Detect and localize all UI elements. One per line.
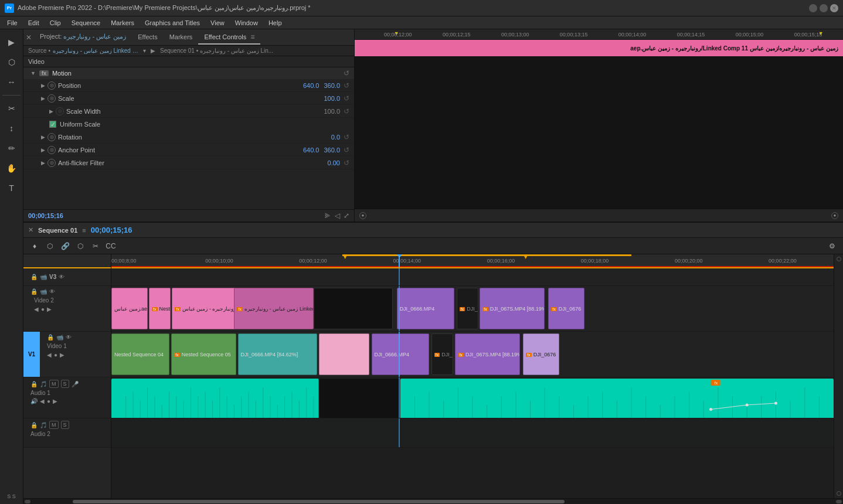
close-button[interactable]: ✕ <box>830 4 838 12</box>
timeline-ruler[interactable]: ▼ ▼ 00;00;8;00 00;00;10;00 00;00;12;00 0… <box>111 254 834 268</box>
v1-clip-4[interactable] <box>319 333 369 375</box>
ec-timecode[interactable]: 00;00;15;16 <box>28 212 63 219</box>
tool-ripple[interactable]: ↔ <box>4 74 20 90</box>
minimize-button[interactable]: ─ <box>809 4 817 12</box>
source-dropdown-icon[interactable]: ▾ <box>143 47 146 54</box>
tool-text[interactable]: T <box>4 180 20 196</box>
timeline-scrollbar-h[interactable] <box>23 498 843 504</box>
v2-clip-3[interactable]: fxرونبارجیره - زمین عباس Linked C <box>172 288 237 329</box>
v2-eye-icon[interactable]: 👁 <box>49 288 55 295</box>
ec-expand-icon[interactable]: ⤢ <box>344 212 349 220</box>
a1-prev-icon[interactable]: ◀ <box>40 398 45 404</box>
rotation-stopwatch-icon[interactable]: ◎ <box>47 133 56 141</box>
tab-effect-controls[interactable]: Effect Controls ≡ <box>198 30 260 45</box>
v1-eye-icon[interactable]: 👁 <box>66 334 72 340</box>
v1-clip-6[interactable]: fxDJI_ <box>431 333 453 375</box>
menu-sequence[interactable]: Sequence <box>67 18 106 28</box>
a1-lock-icon[interactable]: 🔒 <box>30 381 38 387</box>
tab-effects[interactable]: Effects <box>132 31 163 44</box>
a1-mic-icon[interactable]: 🎤 <box>72 381 79 387</box>
a2-lock-icon[interactable]: 🔒 <box>30 422 38 428</box>
v2-clip-2[interactable]: fxNeste <box>149 288 171 329</box>
v2-clip-4[interactable]: fxزمین عباس - رونبارجیره Linked Comp 11/… <box>234 288 314 329</box>
v1-clip-3[interactable]: DJI_0666.MP4 [84.62%] <box>238 333 318 375</box>
anti-flicker-reset-icon[interactable]: ↺ <box>344 159 349 167</box>
v3-eye-icon[interactable]: 👁 <box>59 274 64 280</box>
playhead[interactable] <box>399 254 400 267</box>
scroll-bottom-icon[interactable] <box>837 491 841 496</box>
menu-edit[interactable]: Edit <box>23 18 44 28</box>
scroll-top-icon[interactable] <box>837 257 841 261</box>
rotation-value[interactable]: 0.0 <box>331 134 340 141</box>
anchor-stopwatch-icon[interactable]: ◎ <box>47 146 56 154</box>
v2-clip-1[interactable]: زمین عباس.aep <box>111 288 148 329</box>
scale-width-reset-icon[interactable]: ↺ <box>344 107 349 115</box>
menu-graphics[interactable]: Graphics and Titles <box>140 18 205 28</box>
tool-razor[interactable]: ✂ <box>4 100 20 117</box>
timeline-menu-icon[interactable]: ≡ <box>82 227 86 234</box>
tool-hand[interactable]: ✋ <box>4 160 20 176</box>
menu-view[interactable]: View <box>206 18 229 28</box>
menu-clip[interactable]: Clip <box>45 18 66 28</box>
tool-pen[interactable]: ✏ <box>4 140 20 156</box>
snap-button[interactable]: ⬡ <box>74 240 87 252</box>
v3-lock-icon[interactable]: 🔒 <box>30 274 38 280</box>
scale-value[interactable]: 100.0 <box>324 95 340 102</box>
v2-clip-5[interactable]: DJI_0666.MP4 <box>397 288 455 329</box>
v2-next-icon[interactable]: ▶ <box>47 306 52 312</box>
panel-menu-icon[interactable]: ≡ <box>250 33 254 41</box>
timeline-settings-icon[interactable]: ⚙ <box>825 240 838 252</box>
panel-close-icon[interactable]: ✕ <box>26 33 32 42</box>
menu-window[interactable]: Window <box>230 18 263 28</box>
v1-clip-7[interactable]: fxDJI_067S.MP4 [88.19%] <box>455 333 520 375</box>
v1-clip-5[interactable]: DJI_0666.MP4 <box>372 333 430 375</box>
a1-solo-button[interactable]: S <box>61 380 69 388</box>
v2-lock-icon[interactable]: 🔒 <box>30 288 38 295</box>
scroll-right-indicator[interactable]: ● <box>831 212 838 219</box>
a1-play-icon[interactable]: ● <box>47 398 50 404</box>
v1-next-icon[interactable]: ▶ <box>60 352 64 358</box>
tool-track-select[interactable]: ⬡ <box>4 54 20 70</box>
motion-reset-icon[interactable]: ↺ <box>344 69 349 77</box>
scale-stopwatch-icon[interactable]: ◎ <box>47 94 56 103</box>
v2-clip-6[interactable]: fxDJI_ <box>457 288 478 329</box>
a1-audio-clip[interactable]: R R fx <box>111 379 834 418</box>
timeline-timecode[interactable]: 00;00;15;16 <box>91 226 132 234</box>
a1-mute-button[interactable]: M <box>49 380 59 388</box>
v2-clip-7[interactable]: fxDJI_067S.MP4 [88.19%] <box>480 288 545 329</box>
a1-next-icon[interactable]: ▶ <box>53 398 57 404</box>
v1-prev-icon[interactable]: ◀ <box>47 352 52 358</box>
tool-slip[interactable]: ↕ <box>4 120 20 137</box>
tool-selector[interactable]: ▶ <box>4 34 20 50</box>
razor-tool-button[interactable]: ✂ <box>89 240 102 252</box>
anti-flicker-stopwatch-icon[interactable]: ◎ <box>47 159 56 167</box>
anchor-y-value[interactable]: 360.0 <box>324 147 340 154</box>
menu-help[interactable]: Help <box>264 18 287 28</box>
menu-file[interactable]: File <box>2 18 22 28</box>
uniform-scale-checkbox[interactable]: ✓ <box>49 121 56 128</box>
anti-flicker-value[interactable]: 0.00 <box>328 159 340 166</box>
v1-clip-1[interactable]: Nested Sequence 04 <box>111 333 169 375</box>
ec-prev-icon[interactable]: ◁ <box>335 212 340 220</box>
scroll-thumb[interactable] <box>73 500 565 503</box>
scale-reset-icon[interactable]: ↺ <box>344 94 349 103</box>
v2-prev-icon[interactable]: ◀ <box>34 306 39 312</box>
tab-project[interactable]: Project: زمین عباس - رونبارجیره <box>34 30 132 44</box>
position-stopwatch-icon[interactable]: ◎ <box>47 81 56 90</box>
rotation-reset-icon[interactable]: ↺ <box>344 133 349 141</box>
anchor-x-value[interactable]: 640.0 <box>303 147 319 154</box>
a2-mute-button[interactable]: M <box>49 421 59 429</box>
v2-clip-8[interactable]: fxDJI_0676 <box>548 288 584 329</box>
add-marker-button[interactable]: ♦ <box>28 240 41 252</box>
v2-play-icon[interactable]: ● <box>41 306 45 312</box>
v1-clip-8[interactable]: fxDJI_0676 <box>523 333 559 375</box>
a2-solo-button[interactable]: S <box>61 421 69 429</box>
anchor-reset-icon[interactable]: ↺ <box>344 146 349 154</box>
v1-play-icon[interactable]: ● <box>54 352 57 358</box>
maximize-button[interactable]: □ <box>820 4 828 12</box>
position-x-value[interactable]: 640.0 <box>303 82 319 89</box>
position-reset-icon[interactable]: ↺ <box>344 81 349 90</box>
menu-markers[interactable]: Markers <box>106 18 139 28</box>
v1-lock-icon[interactable]: 🔒 <box>47 334 54 340</box>
ripple-edit-button[interactable]: ⬡ <box>43 240 56 252</box>
